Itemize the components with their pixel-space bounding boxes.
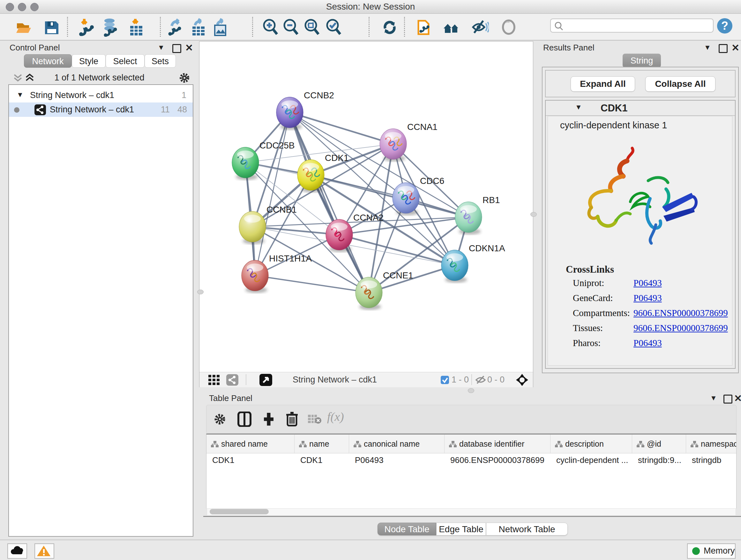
table-horizontal-scrollbar[interactable]: [207, 508, 736, 516]
collection-expand-icon[interactable]: ▼: [17, 87, 23, 102]
control-panel-menu-icon[interactable]: ▼: [158, 44, 165, 52]
node-CCNB1[interactable]: [239, 211, 266, 244]
zoom-fit-icon[interactable]: [302, 17, 321, 37]
column-header-shared-name[interactable]: shared name: [206, 435, 294, 453]
crosslink-link[interactable]: 9606.ENSP00000378699: [633, 323, 728, 333]
open-in-browser-icon[interactable]: [259, 374, 272, 387]
network-collection-row[interactable]: ▼ String Network – cdk1 1: [9, 88, 193, 103]
table-cell[interactable]: cyclin-dependent ...: [550, 453, 632, 467]
node-CDK1[interactable]: [297, 160, 324, 192]
column-header-database-identifier[interactable]: database identifier: [445, 435, 550, 453]
tab-network-table[interactable]: Network Table: [486, 523, 568, 536]
crosslink-link[interactable]: P06493: [633, 293, 662, 303]
export-table-icon[interactable]: [190, 17, 208, 37]
results-panel-menu-icon[interactable]: ▼: [704, 44, 711, 52]
table-cell[interactable]: CDK1: [294, 453, 349, 467]
zoom-in-icon[interactable]: [261, 17, 280, 37]
table-cell[interactable]: P06493: [349, 453, 445, 467]
node-CDC25B[interactable]: [232, 147, 259, 180]
node-RB1[interactable]: [455, 202, 482, 235]
open-session-icon[interactable]: [14, 17, 33, 37]
edge-CDK1-RB1[interactable]: [311, 175, 468, 217]
tab-sets[interactable]: Sets: [145, 54, 176, 68]
table-panel-float-icon[interactable]: [724, 395, 732, 403]
table-cell[interactable]: stringdb:9...: [632, 453, 686, 467]
zoom-out-icon[interactable]: [281, 17, 300, 37]
node-CDKN1A[interactable]: [441, 250, 468, 283]
gene-collapse-icon[interactable]: ▼: [575, 103, 582, 111]
crosslink-link[interactable]: 9606.ENSP00000378699: [633, 308, 728, 318]
control-panel-float-icon[interactable]: [172, 44, 181, 53]
warnings-button[interactable]: [35, 543, 54, 559]
share-document-icon[interactable]: [415, 17, 434, 37]
zoom-selected-icon[interactable]: [324, 17, 343, 37]
birds-eye-view-icon[interactable]: [208, 375, 220, 386]
help-icon[interactable]: ?: [716, 17, 735, 36]
node-CDC6[interactable]: [393, 183, 419, 215]
string-network-icon: [35, 105, 46, 120]
crosslink-link[interactable]: P06493: [633, 338, 662, 348]
column-header-canonical-name[interactable]: canonical name: [349, 435, 445, 453]
collapse-all-button[interactable]: Collapse All: [645, 76, 716, 91]
network-row-selected[interactable]: String Network – cdk1 11 48: [9, 103, 193, 117]
node-CCNB2[interactable]: [276, 97, 303, 130]
edge-CCNB2-CCNA1[interactable]: [290, 112, 393, 144]
table-cell[interactable]: 9606.ENSP00000378699: [445, 453, 550, 467]
table-panel-menu-icon[interactable]: ▼: [710, 394, 717, 402]
import-network-database-icon[interactable]: [101, 17, 120, 37]
network-list: ▼ String Network – cdk1 1 String Network…: [8, 84, 193, 537]
tab-network[interactable]: Network: [24, 54, 72, 68]
table-cell[interactable]: stringdb: [686, 453, 737, 467]
search-input[interactable]: [565, 20, 711, 30]
table-cell[interactable]: CDK1: [206, 453, 294, 467]
results-panel-float-icon[interactable]: [719, 44, 728, 53]
network-canvas[interactable]: CCNB2CCNA1CDC25BCDK1CDC6RB1CCNB1CCNA2CDK…: [199, 42, 533, 372]
save-session-icon[interactable]: [43, 17, 61, 37]
export-network-icon[interactable]: [167, 17, 186, 37]
column-header--id[interactable]: @id: [632, 435, 686, 453]
home-icon[interactable]: [442, 17, 461, 37]
edge-CCNB2-HIST1H1A[interactable]: [255, 112, 290, 275]
edge-CCNE1-HIST1H1A[interactable]: [255, 275, 369, 293]
edge-CCNA2-CDKN1A[interactable]: [339, 235, 455, 265]
memory-button[interactable]: Memory: [687, 543, 736, 559]
gene-description: cyclin-dependent kinase 1: [560, 120, 667, 131]
scrollbar-thumb[interactable]: [210, 509, 269, 514]
selected-checkbox-icon[interactable]: [441, 376, 450, 386]
column-header-name[interactable]: name: [294, 435, 349, 453]
node-CCNE1[interactable]: [355, 277, 382, 310]
column-header-namespace[interactable]: namespace: [686, 435, 737, 453]
crosslink-link[interactable]: P06493: [633, 278, 662, 288]
gene-section-header[interactable]: ▼ CDK1: [546, 101, 735, 116]
node-table[interactable]: shared namenamecanonical namedatabase id…: [206, 434, 737, 509]
network-options-gear-icon[interactable]: [178, 71, 191, 85]
tab-node-table[interactable]: Node Table: [378, 523, 436, 536]
show-hidden-eye-icon[interactable]: [500, 17, 518, 37]
node-CCNA2[interactable]: [326, 219, 353, 252]
refresh-view-icon[interactable]: [381, 17, 399, 37]
create-column-icon[interactable]: [261, 412, 276, 428]
hide-selected-eye-icon[interactable]: [470, 17, 489, 37]
import-table-icon[interactable]: [128, 17, 146, 37]
string-badge-icon[interactable]: [226, 374, 239, 387]
column-header-description[interactable]: description: [550, 435, 632, 453]
fit-selected-crosshair-icon[interactable]: [515, 373, 529, 388]
show-columns-icon[interactable]: [237, 412, 252, 428]
table-panel-close-icon[interactable]: ✕: [734, 393, 741, 404]
node-HIST1H1A[interactable]: [242, 260, 268, 293]
left-splitter-handle[interactable]: [197, 290, 204, 294]
edge-CCNB2-CCNE1[interactable]: [290, 112, 369, 293]
tab-edge-table[interactable]: Edge Table: [436, 523, 486, 536]
table-gear-icon[interactable]: [213, 412, 227, 428]
delete-column-trash-icon[interactable]: [285, 411, 299, 428]
expand-all-button[interactable]: Expand All: [570, 76, 635, 91]
node-CCNA1[interactable]: [380, 129, 407, 162]
export-image-icon[interactable]: [212, 17, 230, 37]
tab-style[interactable]: Style: [72, 54, 106, 68]
tab-select[interactable]: Select: [106, 54, 145, 68]
results-panel-close-icon[interactable]: ✕: [731, 42, 739, 53]
import-network-file-icon[interactable]: [77, 17, 96, 37]
cloud-status-button[interactable]: [7, 543, 27, 559]
tab-string[interactable]: String: [623, 54, 661, 68]
control-panel-close-icon[interactable]: ✕: [185, 42, 193, 53]
